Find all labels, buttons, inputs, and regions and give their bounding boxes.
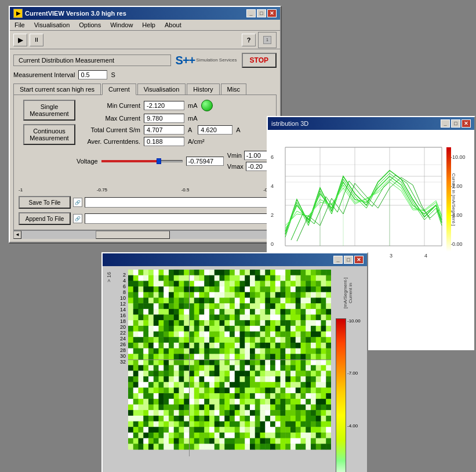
svg-rect-1222 xyxy=(281,433,286,438)
svg-rect-790 xyxy=(321,371,326,376)
main-close-btn[interactable]: ✕ xyxy=(267,9,277,17)
svg-rect-1197 xyxy=(154,433,159,438)
svg-rect-657 xyxy=(255,354,260,360)
svg-rect-1121 xyxy=(174,422,179,427)
total-current-value1[interactable] xyxy=(144,125,184,135)
svg-rect-434 xyxy=(139,326,144,332)
continuous-measurement-btn[interactable]: ContinuousMeasurement xyxy=(23,124,75,145)
menu-help[interactable]: Help xyxy=(140,21,158,29)
svg-rect-491 xyxy=(224,332,230,337)
svg-rect-734 xyxy=(240,365,245,371)
menu-visualisation[interactable]: Visualisation xyxy=(32,21,72,29)
play-button[interactable]: ▶ xyxy=(13,34,27,46)
svg-rect-386 xyxy=(301,315,306,321)
d3-maximize-btn[interactable]: □ xyxy=(451,119,460,128)
tab-history[interactable]: History xyxy=(187,83,219,95)
main-minimize-btn[interactable]: _ xyxy=(246,9,256,17)
svg-rect-99 xyxy=(265,275,270,281)
menu-file[interactable]: File xyxy=(12,21,27,29)
svg-rect-39 xyxy=(163,270,169,275)
slider-thumb[interactable] xyxy=(157,158,161,164)
svg-rect-193 xyxy=(133,292,139,298)
svg-rect-278 xyxy=(159,303,164,309)
stop-button[interactable]: STOP xyxy=(242,53,277,68)
svg-rect-595 xyxy=(143,348,148,354)
svg-rect-1063 xyxy=(285,410,290,416)
svg-rect-489 xyxy=(215,332,220,337)
tab-current[interactable]: Current xyxy=(102,83,136,95)
interval-row: Measurement Interval S xyxy=(13,70,277,79)
y-axis-marker: > 16 xyxy=(106,270,112,285)
svg-rect-146 xyxy=(301,281,306,286)
d3-close-btn[interactable]: ✕ xyxy=(462,119,471,128)
svg-rect-553 xyxy=(133,343,139,348)
svg-rect-365 xyxy=(194,315,199,321)
avg-current-value[interactable] xyxy=(144,137,184,146)
svg-rect-1223 xyxy=(285,433,290,438)
svg-rect-211 xyxy=(224,292,230,298)
svg-rect-133 xyxy=(235,281,240,286)
append-file-input[interactable] xyxy=(85,213,271,224)
svg-rect-501 xyxy=(275,332,281,337)
heatmap-maximize-btn[interactable]: □ xyxy=(344,256,353,264)
min-current-value[interactable] xyxy=(144,101,184,110)
svg-rect-1267 xyxy=(306,438,311,444)
svg-rect-204 xyxy=(189,292,194,298)
svg-rect-916 xyxy=(148,393,154,399)
pause-button[interactable]: ⏸ xyxy=(30,34,43,46)
svg-rect-745 xyxy=(296,365,301,371)
svg-rect-740 xyxy=(270,365,275,371)
svg-rect-660 xyxy=(270,354,275,360)
svg-rect-1305 xyxy=(296,444,301,449)
svg-rect-175 xyxy=(245,286,250,292)
scroll-track[interactable] xyxy=(21,231,268,239)
scroll-thumb[interactable] xyxy=(96,231,170,239)
svg-rect-670 xyxy=(321,354,326,360)
svg-rect-213 xyxy=(235,292,240,298)
svg-rect-392 xyxy=(128,320,133,326)
scroll-left-btn[interactable]: ◄ xyxy=(13,231,21,239)
svg-rect-190 xyxy=(321,286,326,292)
svg-rect-1299 xyxy=(265,444,270,449)
append-to-file-btn[interactable]: Append To File xyxy=(19,212,71,225)
svg-rect-876 xyxy=(148,387,154,393)
svg-rect-874 xyxy=(139,387,144,393)
svg-rect-1081 xyxy=(174,416,179,422)
svg-rect-70 xyxy=(321,270,326,275)
d3-minimize-btn[interactable]: _ xyxy=(441,119,450,128)
svg-rect-293 xyxy=(235,303,240,309)
svg-rect-1153 xyxy=(133,427,139,433)
total-current-value2[interactable] xyxy=(198,125,232,135)
save-to-file-btn[interactable]: Save To File xyxy=(19,196,71,209)
main-maximize-btn[interactable]: □ xyxy=(257,9,266,17)
svg-rect-537 xyxy=(255,337,260,343)
menu-window[interactable]: Window xyxy=(108,21,135,29)
total-current-unit2: A xyxy=(236,126,240,133)
menu-about[interactable]: About xyxy=(162,21,184,29)
help-button[interactable]: ? xyxy=(242,34,256,46)
tab-visualisation[interactable]: Visualisation xyxy=(137,83,186,95)
heatmap-close-btn[interactable]: ✕ xyxy=(354,256,364,264)
voltage-value[interactable] xyxy=(186,157,224,166)
svg-rect-1124 xyxy=(189,422,194,427)
svg-rect-515 xyxy=(143,337,148,343)
svg-rect-666 xyxy=(301,354,306,360)
svg-rect-571 xyxy=(224,343,230,348)
tab-misc[interactable]: Misc xyxy=(221,83,247,95)
svg-rect-585 xyxy=(296,343,301,348)
interval-input[interactable] xyxy=(78,70,107,79)
svg-rect-996 xyxy=(148,405,154,411)
svg-rect-844 xyxy=(189,382,194,388)
svg-rect-731 xyxy=(224,365,230,371)
tab-start-scan[interactable]: Start current scan high res xyxy=(13,83,101,95)
svg-rect-775 xyxy=(245,371,250,376)
svg-rect-547 xyxy=(306,337,311,343)
max-current-value[interactable] xyxy=(144,114,184,123)
y-axis-labels: 2 4 6 8 10 12 14 16 18 20 22 24 26 28 30… xyxy=(114,270,126,367)
heatmap-content: > 16 2 4 6 8 10 12 14 16 18 20 22 24 26 … xyxy=(103,266,367,472)
svg-rect-1050 xyxy=(220,410,225,416)
menu-options[interactable]: Options xyxy=(77,21,103,29)
single-measurement-btn[interactable]: SingleMeasurement xyxy=(23,100,75,121)
save-file-input[interactable] xyxy=(85,197,271,208)
heatmap-minimize-btn[interactable]: _ xyxy=(333,256,343,264)
